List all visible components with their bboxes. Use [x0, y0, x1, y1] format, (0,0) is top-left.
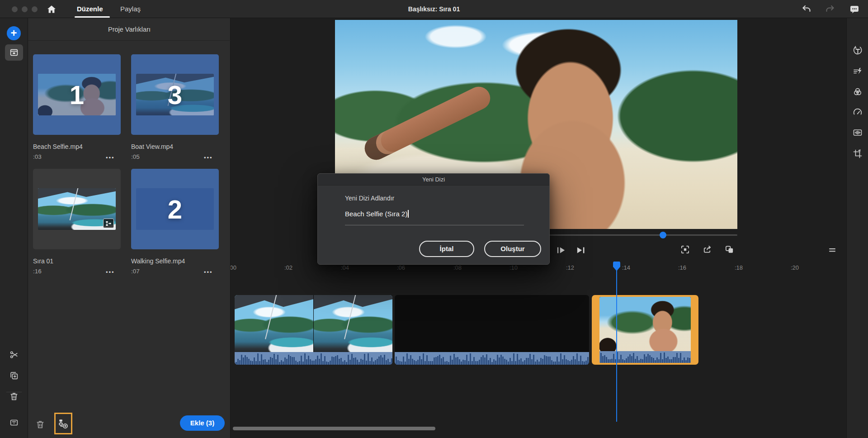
audio-waveform	[599, 351, 691, 363]
toolbar-divider	[6, 392, 22, 392]
asset-name: Beach Selfie.mp4	[33, 143, 83, 150]
ruler-tick: :08	[444, 264, 471, 271]
track-list-button[interactable]	[6, 435, 22, 438]
clip-filmstrip	[599, 297, 691, 363]
add-to-timeline-button[interactable]: Ekle (3)	[180, 415, 225, 431]
ruler-tick: :10	[500, 264, 527, 271]
trim-handle-right[interactable]	[691, 295, 698, 365]
plus-icon: +	[10, 27, 17, 39]
sequence-badge-icon	[103, 219, 114, 228]
effects-bolt-icon	[852, 66, 863, 77]
clip-frame	[473, 295, 551, 352]
project-assets-panel: Proje Varlıkları 1 Beach Selfie.mp4 :03 …	[28, 18, 231, 438]
playhead-line	[616, 270, 617, 422]
timeline-horizontal-scrollbar[interactable]	[233, 427, 435, 430]
asset-more-button[interactable]	[106, 153, 119, 161]
titlebar: Düzenle Paylaş Başlıksız: Sıra 01	[0, 0, 868, 18]
asset-name: Boat View.mp4	[131, 143, 173, 150]
play-icon	[555, 244, 567, 256]
asset-more-button[interactable]	[204, 268, 217, 275]
selection-order-badge: 3	[136, 74, 214, 115]
undo-button[interactable]	[801, 4, 812, 14]
trash-icon	[9, 391, 19, 401]
ruler-tick: :18	[725, 264, 752, 271]
hamburger-icon	[827, 246, 837, 254]
split-clip-button[interactable]	[6, 347, 22, 362]
fullscreen-button[interactable]	[680, 244, 692, 256]
audio-waveform	[395, 352, 589, 365]
fullscreen-icon	[680, 244, 692, 255]
cancel-button[interactable]: İptal	[419, 241, 474, 257]
selection-order-badge: 1	[38, 74, 116, 115]
asset-more-button[interactable]	[106, 268, 119, 275]
timeline-options-button[interactable]	[827, 246, 837, 254]
chat-bubble-icon	[849, 4, 860, 14]
scissors-icon	[9, 350, 19, 360]
audio-waveform	[235, 352, 392, 365]
clip-frame	[395, 295, 472, 352]
crop-transform-button[interactable]	[852, 148, 863, 159]
project-title: Başlıksız: Sıra 01	[0, 0, 868, 18]
input-value: Beach Selfie (Sıra 2)	[345, 210, 407, 218]
dialog-title: Yeni Dizi	[318, 174, 549, 186]
ruler-tick: :20	[781, 264, 808, 271]
new-sequence-coachmark	[54, 413, 72, 434]
delete-button[interactable]	[6, 389, 22, 404]
asset-name: Sıra 01	[33, 257, 53, 265]
audio-waveform-icon	[852, 127, 863, 138]
left-toolbar: +	[0, 18, 28, 438]
clip-frame	[599, 297, 691, 351]
timeline-clip-walking-selfie[interactable]	[395, 295, 589, 365]
asset-name: Walking Selfie.mp4	[131, 257, 185, 265]
skip-forward-icon	[575, 244, 587, 256]
audio-button[interactable]	[852, 127, 863, 138]
graphics-button[interactable]	[852, 45, 863, 56]
undo-icon	[801, 4, 812, 14]
right-toolbar	[846, 18, 868, 438]
asset-card-sequence[interactable]	[33, 169, 121, 249]
trim-handle-left[interactable]	[592, 295, 599, 365]
media-browser-button[interactable]	[5, 44, 23, 61]
effects-button[interactable]	[852, 66, 863, 77]
clip-frame	[235, 295, 313, 352]
asset-duration: :16	[33, 268, 42, 275]
clip-filmstrip	[395, 295, 589, 352]
new-sequence-icon	[57, 418, 69, 429]
redo-button[interactable]	[825, 4, 835, 14]
ruler-tick: :06	[387, 264, 415, 271]
foreground-arm-shape	[361, 83, 494, 164]
crop-icon	[852, 148, 863, 159]
asset-card-beach-selfie[interactable]: 1	[33, 54, 121, 135]
duplicate-button[interactable]	[6, 368, 22, 383]
preview-scrubber-handle[interactable]	[660, 232, 666, 238]
ruler-tick: :16	[669, 264, 696, 271]
asset-duration: :05	[131, 153, 140, 160]
titles-icon	[852, 45, 863, 56]
sequence-name-input[interactable]: Beach Selfie (Sıra 2)	[345, 210, 524, 225]
timeline-clip-boat-view[interactable]	[235, 295, 392, 365]
asset-duration: :03	[33, 153, 42, 160]
color-button[interactable]	[852, 86, 863, 97]
playback-quality-button[interactable]	[724, 244, 736, 256]
panel-title: Proje Varlıkları	[28, 18, 231, 41]
timeline-clip-beach-selfie-selected[interactable]	[592, 295, 698, 365]
title-tray-button[interactable]	[6, 415, 22, 430]
add-media-button[interactable]: +	[7, 26, 21, 40]
feedback-button[interactable]	[849, 4, 860, 14]
share-frame-button[interactable]	[702, 244, 714, 256]
asset-card-walking-selfie[interactable]: 2	[131, 169, 219, 249]
create-button[interactable]: Oluştur	[484, 241, 541, 257]
play-button[interactable]	[555, 244, 567, 256]
color-circles-icon	[852, 86, 863, 97]
delete-asset-button[interactable]	[33, 417, 48, 432]
box-arrow-icon	[702, 244, 714, 255]
ruler-tick: :12	[557, 264, 584, 271]
speed-button[interactable]	[852, 107, 863, 118]
asset-more-button[interactable]	[204, 153, 217, 161]
tray-icon	[9, 418, 19, 428]
asset-card-boat-view[interactable]: 3	[131, 54, 219, 135]
speedometer-icon	[852, 107, 863, 118]
next-frame-button[interactable]	[575, 244, 587, 256]
new-sequence-dialog: Yeni Dizi Yeni Dizi Adlandır Beach Selfi…	[317, 173, 550, 265]
new-sequence-button[interactable]	[57, 418, 69, 429]
